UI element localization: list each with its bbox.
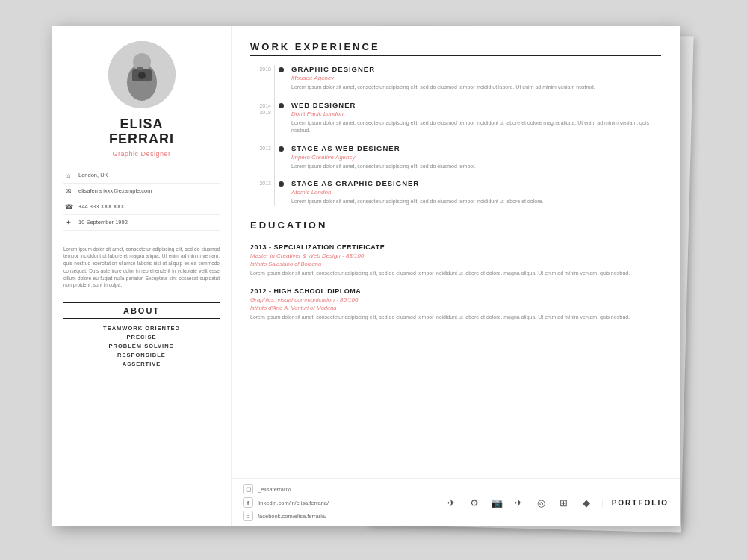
footer-icon-grid: ⊞ [556,494,572,511]
avatar [108,41,176,108]
job-company-3: Impero Creative Agency [291,154,661,161]
instagram-icon: ◻ [243,484,253,494]
person-name: ELISA FERRARI [109,117,174,147]
work-year-4: 2013 [250,179,271,206]
job-company-1: Mousee Agency [291,75,661,81]
page-wrapper: AND DESIGN - LONDON de omnis iste natus … [52,26,695,534]
footer-icon-target: ◎ [533,494,550,511]
footer-icon-travel: ✈ [444,494,460,511]
job-desc-3: Lorem ipsum dolor sit amet, consectetur … [291,163,661,171]
work-content-1: GRAPHIC DESIGNER Mousee Agency Lorem ips… [291,65,661,92]
edu-desc-1: Lorem ipsum dolor sit amet, consectetur … [250,270,661,278]
work-year-1: 2018 [250,65,271,92]
education-title: EDUCATION [250,220,661,234]
footer-icon-plane: ✈ [511,494,527,511]
facebook-icon: p [243,511,253,521]
footer-icon-diamond: ◆ [578,494,595,511]
skill-3: PROBLEM SOLVING [63,343,220,349]
footer-icons: ✈ ⚙ 📷 ✈ ◎ ⊞ ◆ [444,494,595,511]
edu-year-title-1: 2013 - SPECIALIZATION CERTIFICATE [250,243,661,251]
skill-2: PRECISE [63,334,220,340]
footer-icon-camera: 📷 [489,494,505,511]
contact-dob: ✦ 10 September 1992 [63,215,220,231]
email-icon: ✉ [63,186,74,196]
work-year-2: 2014 2018 [250,101,271,135]
work-content-4: STAGE AS GRAPHIC DESIGNER Atomic London … [291,179,661,206]
about-title: ABOUT [63,302,220,319]
job-desc-1: Lorem ipsum dolor sit amet, consectetur … [291,84,661,92]
svg-rect-5 [137,67,143,70]
edu-item-2: 2012 - HIGH SCHOOL DIPLOMA Graphics, vis… [250,287,661,322]
footer-portfolio: PORTFOLIO [602,499,669,507]
edu-desc-2: Lorem ipsum dolor sit amet, consectetur … [250,314,661,322]
work-experience-title: WORK EXPERIENCE [250,41,661,56]
edu-subtitle-2: Graphics, visual communication - 80/100 [250,296,661,303]
phone-icon: ☎ [63,202,74,212]
edu-subtitle-1: Master in Creativer & Web Design - 83/10… [250,252,661,259]
job-title-4: STAGE AS GRAPHIC DESIGNER [291,179,661,187]
contact-email: ✉ elisaferrarixxx@example.com [63,184,220,199]
job-title-3: STAGE AS WEB DESIGNER [291,144,661,152]
skill-4: RESPONSIBLE [63,352,220,358]
contact-list: ⌂ London, UK ✉ elisaferrarixxx@example.c… [63,168,220,231]
work-content-3: STAGE AS WEB DESIGNER Impero Creative Ag… [291,144,661,171]
edu-year-title-2: 2012 - HIGH SCHOOL DIPLOMA [250,287,661,295]
job-desc-4: Lorem ipsum dolor sit amet, consectetur … [291,198,661,206]
about-section: ABOUT TEAMWORK ORIENTED PRECISE PROBLEM … [63,302,220,370]
skill-1: TEAMWORK ORIENTED [63,325,220,332]
social-facebook: p facebook.com/elisa.ferraria/ [243,511,329,521]
edu-school-2: Istituto d'Arte A. Venturi of Modena [250,305,661,311]
work-item-4: 2013 STAGE AS GRAPHIC DESIGNER Atomic Lo… [250,179,661,206]
edu-item-1: 2013 - SPECIALIZATION CERTIFICATE Master… [250,243,661,278]
contact-location: ⌂ London, UK [63,168,220,184]
contact-phone: ☎ +44 333 XXX XXX [63,199,220,215]
bio-text: Lorem ipsum dolor sit amet, consectetur … [63,246,220,290]
timeline-dot-2 [279,103,284,108]
timeline-dot-3 [279,146,284,152]
person-title: Graphic Designer [112,150,170,158]
dob-icon: ✦ [63,217,74,228]
timeline-dot-1 [279,67,284,72]
skills-list: TEAMWORK ORIENTED PRECISE PROBLEM SOLVIN… [63,325,220,367]
right-panel: WORK EXPERIENCE 2018 GRAPHIC DESIGNER Mo… [232,26,680,526]
work-timeline: 2018 GRAPHIC DESIGNER Mousee Agency Lore… [250,65,661,206]
resume-container: ELISA FERRARI Graphic Designer ⌂ London,… [52,26,680,526]
work-item-3: 2013 STAGE AS WEB DESIGNER Impero Creati… [250,144,661,171]
social-instagram: ◻ _elisaferrarixi [243,484,329,494]
work-item-1: 2018 GRAPHIC DESIGNER Mousee Agency Lore… [250,65,661,92]
svg-point-4 [138,72,146,79]
linkedin-icon: f [243,497,253,508]
footer-bar: ◻ _elisaferrarixi f linkedin.com/in/elis… [232,478,680,526]
social-linkedin: f linkedin.com/in/elisa.ferraria/ [243,497,329,508]
work-item-2: 2014 2018 WEB DESIGNER Don't Panic Londo… [250,101,661,135]
job-desc-2: Lorem ipsum dolor sit amet, consectetur … [291,119,661,135]
job-company-2: Don't Panic London [291,111,661,117]
left-panel: ELISA FERRARI Graphic Designer ⌂ London,… [52,26,232,526]
job-title-2: WEB DESIGNER [291,101,661,109]
work-year-3: 2013 [250,144,271,171]
skill-5: ASSERTIVE [63,361,220,367]
location-icon: ⌂ [63,170,74,181]
job-company-4: Atomic London [291,189,661,196]
edu-school-1: Istituto Salesiano of Bologna [250,261,661,267]
job-title-1: GRAPHIC DESIGNER [291,65,661,73]
work-content-2: WEB DESIGNER Don't Panic London Lorem ip… [291,101,661,135]
footer-social: ◻ _elisaferrarixi f linkedin.com/in/elis… [243,484,329,521]
footer-icon-person: ⚙ [466,494,483,511]
timeline-dot-4 [279,181,284,187]
